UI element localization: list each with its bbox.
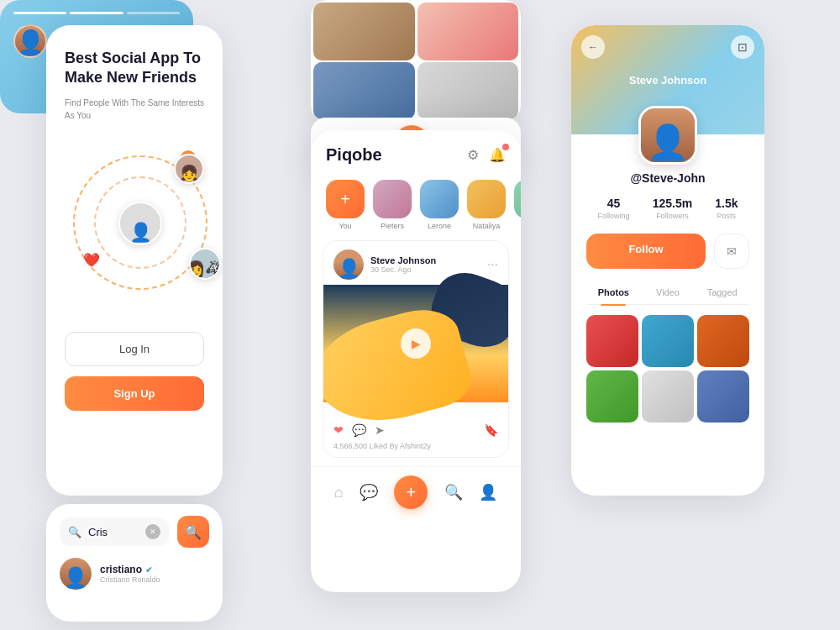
notification-icon[interactable]: 🔔 [489, 147, 506, 163]
heart-icon: ❤️ [83, 252, 100, 268]
stat-posts-label: Posts [717, 212, 737, 220]
post-more-icon[interactable]: ··· [487, 257, 498, 272]
feed-app-name: Piqobe [326, 145, 382, 165]
profile-more-button[interactable]: ⊡ [731, 35, 754, 59]
photo-tile-4 [417, 62, 519, 120]
photo-strip [311, 0, 521, 122]
profile-body: @Steve-John 45 Following 125.5m Follower… [571, 134, 764, 496]
follow-button[interactable]: Follow [586, 234, 706, 269]
stat-following-value: 45 [607, 197, 621, 210]
story-lerone-label: Lerone [428, 222, 451, 230]
verified-badge: ✔ [145, 565, 152, 575]
progress-bar-1 [13, 12, 66, 14]
signup-button[interactable]: Sign Up [65, 376, 204, 411]
grid-photo-1[interactable] [586, 315, 638, 367]
search-bar-icon: 🔍 [68, 526, 81, 538]
feed-nav-search[interactable]: 🔍 [444, 483, 463, 501]
story-add-btn[interactable]: + [326, 180, 365, 218]
stat-following: 45 Following [598, 197, 630, 220]
login-subtitle: Find People With The Same Interests As Y… [65, 97, 204, 122]
stat-posts: 1.5k Posts [715, 197, 738, 220]
feed-screen: Piqobe ⚙ 🔔 + You Pieters Lerone [311, 130, 521, 592]
story-avatar-pieters [373, 180, 412, 218]
search-submit-button[interactable]: 🔍 [177, 516, 209, 548]
stories-row: + You Pieters Lerone Nataliya J [311, 173, 521, 240]
login-title: Best Social App To Make New Friends [65, 49, 204, 88]
story-nataliya[interactable]: Nataliya [467, 180, 506, 230]
tab-photos[interactable]: Photos [586, 282, 641, 304]
avatar-center: 👤 [118, 202, 162, 245]
story-pieters-label: Pieters [381, 222, 404, 230]
orbit-area: 👤 + 👧 👩‍🦓 ❤️ [65, 139, 204, 307]
bookmark-icon[interactable]: 🔖 [484, 423, 498, 437]
profile-avatar: 👤 [638, 106, 697, 165]
feed-nav-chat[interactable]: 💬 [360, 483, 378, 501]
share-icon[interactable]: ➤ [375, 423, 385, 437]
story-nataliya-label: Nataliya [473, 222, 501, 230]
photo-tile-2 [417, 3, 519, 60]
grid-photo-6[interactable] [697, 370, 749, 423]
like-icon[interactable]: ❤ [333, 423, 344, 437]
story-user-avatar: 👤 [13, 24, 47, 58]
avatar-top-right: 👧 [174, 154, 204, 184]
stat-followers-label: Followers [656, 212, 689, 220]
grid-photo-4[interactable] [586, 370, 638, 423]
profile-buttons: Follow ✉ [586, 234, 749, 269]
search-clear-button[interactable]: ✕ [145, 524, 160, 539]
stat-posts-value: 1.5k [715, 197, 738, 210]
profile-cover: ← Steve Johnson ⊡ 👤 [571, 25, 764, 134]
settings-icon[interactable]: ⚙ [467, 147, 479, 163]
search-row: 🔍 Cris ✕ 🔍 [60, 516, 209, 548]
grid-photo-5[interactable] [642, 370, 694, 423]
post-actions: ❤ 💬 ➤ 🔖 [323, 417, 508, 442]
post-user-avatar: 👤 [333, 249, 364, 280]
avatar-right: 👩‍🦓 [189, 248, 221, 280]
story-avatar-lerone [420, 180, 459, 218]
post-image: ▶ [323, 285, 508, 402]
search-result-avatar: 👤 [60, 558, 92, 590]
stat-following-label: Following [598, 212, 630, 220]
feed-icons: ⚙ 🔔 [467, 147, 506, 163]
search-bar: 🔍 Cris ✕ [60, 517, 169, 546]
feed-header: Piqobe ⚙ 🔔 [311, 130, 521, 173]
story-progress [13, 12, 180, 14]
stat-followers: 125.5m Followers [653, 197, 692, 220]
profile-cover-name: Steve Johnson [629, 74, 706, 87]
grid-photo-3[interactable] [697, 315, 749, 367]
story-j[interactable]: J [514, 180, 521, 230]
grid-photo-2[interactable] [642, 315, 694, 367]
back-button[interactable]: ← [581, 35, 605, 59]
search-screen: 🔍 Cris ✕ 🔍 👤 cristiano ✔ Cristiano Ronal… [46, 504, 223, 622]
profile-stats: 45 Following 125.5m Followers 1.5k Posts [586, 197, 749, 220]
feed-nav-home[interactable]: ⌂ [334, 484, 344, 501]
comment-icon[interactable]: 💬 [352, 423, 366, 437]
feed-post: 👤 Steve Johnson 30 Sec. Ago ··· ▶ ❤ 💬 [323, 240, 509, 458]
feed-nav-profile[interactable]: 👤 [479, 483, 497, 501]
search-result-cristiano[interactable]: 👤 cristiano ✔ Cristiano Ronaldo [60, 558, 209, 590]
story-you-label: You [339, 222, 351, 230]
story-avatar-nataliya [467, 180, 506, 218]
tab-video[interactable]: Video [641, 282, 696, 304]
photo-tile-1 [313, 3, 415, 60]
login-screen: Best Social App To Make New Friends Find… [46, 25, 223, 496]
story-lerone[interactable]: Lerone [420, 180, 459, 230]
progress-bar-3 [127, 12, 180, 14]
post-user-name: Steve Johnson [370, 255, 480, 265]
search-result-subname: Cristiano Ronaldo [100, 575, 209, 584]
post-user-info: Steve Johnson 30 Sec. Ago [370, 255, 480, 274]
login-button[interactable]: Log In [65, 332, 204, 366]
search-input[interactable]: Cris [88, 526, 139, 538]
screen-container: Best Social App To Make New Friends Find… [0, 0, 840, 630]
message-button[interactable]: ✉ [714, 234, 749, 269]
profile-handle: @Steve-John [630, 171, 705, 185]
feed-nav-add[interactable]: + [394, 475, 428, 509]
feed-bottom-nav: ⌂ 💬 + 🔍 👤 [311, 466, 521, 521]
progress-bar-2 [70, 12, 123, 14]
search-result-name: cristiano ✔ [100, 564, 209, 575]
story-you[interactable]: + You [326, 180, 365, 230]
search-result-info: cristiano ✔ Cristiano Ronaldo [100, 564, 209, 584]
tab-tagged[interactable]: Tagged [695, 282, 749, 304]
play-button[interactable]: ▶ [401, 328, 431, 359]
profile-screen: ← Steve Johnson ⊡ 👤 @Steve-John 45 Follo… [571, 25, 764, 496]
story-pieters[interactable]: Pieters [373, 180, 412, 230]
